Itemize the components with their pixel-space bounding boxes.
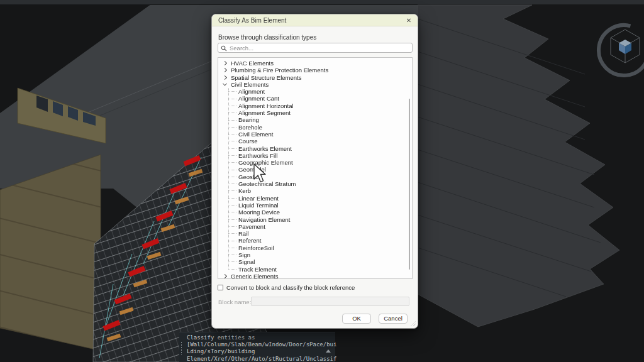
tree-item[interactable]: Civil Element [219,131,404,138]
ok-button[interactable]: OK [342,314,371,324]
tree-connector-icon [228,212,236,212]
tree-item[interactable]: Track Element [219,266,404,273]
tree-connector-icon [228,190,236,191]
tree-item[interactable]: Earthworks Fill [219,152,404,159]
tree-item-label: Bearing [238,116,259,123]
tree-connector-icon [228,219,236,220]
tree-item[interactable]: Course [219,138,404,145]
tree-item[interactable]: Signal [219,258,404,265]
chevron-down-icon[interactable] [223,82,227,86]
cancel-button[interactable]: Cancel [379,314,408,324]
tree-item[interactable]: Alignment Segment [219,109,404,116]
tree-item-label: Alignment [238,88,265,95]
tree-item-label: Alignment Cant [238,95,279,102]
tree-item[interactable]: Referent [219,237,404,244]
tree-connector-icon [228,141,236,141]
classification-tree[interactable]: HVAC ElementsPlumbing & Fire Protection … [218,57,413,279]
tree-item-label: Pavement [238,223,265,230]
tree-connector-icon [228,177,236,177]
tree-connector-icon [228,91,236,92]
tree-item[interactable]: Mooring Device [219,209,404,216]
tree-item-label: Track Element [238,266,277,273]
chevron-right-icon[interactable] [223,68,227,72]
chevron-right-icon[interactable] [223,274,227,278]
tree-item[interactable]: Geoslice [219,173,404,180]
tree-connector-icon [228,127,236,128]
tree-item-label: Navigation Element [238,216,290,223]
tree-item[interactable]: Alignment Horizontal [219,102,404,109]
tree-item[interactable]: Alignment [219,88,404,95]
tree-item[interactable]: Civil Elements [219,81,404,88]
resize-grip[interactable] [411,321,416,326]
dialog-subtitle: Browse through classification types [218,34,316,41]
tree-connector-icon [228,261,236,262]
tree-item-label: Kerb [238,187,251,194]
tree-item[interactable]: Spatial Structure Elements [219,74,404,81]
tree-item[interactable]: Geotechnical Stratum [219,180,404,187]
search-input[interactable] [230,43,409,52]
tree-connector-icon [228,170,236,170]
close-icon[interactable]: ✕ [404,16,414,25]
tree-item-label: Civil Element [238,131,273,138]
chevron-right-icon[interactable] [223,75,227,80]
tree-connector-icon [228,269,236,270]
tree-item-label: Earthworks Element [238,145,292,152]
tree-item[interactable]: Plumbing & Fire Protection Elements [219,67,404,74]
tree-item-label: Civil Elements [231,81,269,88]
floor-slab-stack [418,5,619,327]
tree-item[interactable]: Pavement [219,223,404,230]
tree-item-label: Liquid Terminal [238,202,279,209]
tree-connector-icon [228,99,236,99]
tree-item[interactable]: Kerb [219,187,404,194]
tree-item[interactable]: Geomodel [219,166,404,173]
tree-item-label: Course [238,138,258,145]
tree-item-label: Generic Elements [231,273,279,279]
tree-children: AlignmentAlignment CantAlignment Horizon… [219,88,404,273]
tree-scrollbar-thumb[interactable] [409,99,410,270]
block-name-input[interactable] [251,297,409,306]
dialog-titlebar[interactable]: Classify As Bim Element ✕ [212,14,418,26]
command-line-text: Element/Xref/Other/Auto/stRuctural/Uncla… [187,356,326,362]
tree-item-label: Borehole [238,124,262,131]
search-box[interactable] [218,43,413,53]
tree-connector-icon [228,233,236,234]
tree-item[interactable]: HVAC Elements [219,60,404,67]
tree-item-label: Rail [238,230,248,237]
block-name-label: Block name: [218,299,251,305]
scroll-up-icon[interactable] [326,349,331,353]
chevron-right-icon[interactable] [223,61,227,65]
command-line-panel[interactable]: Classify entities as[Wall/Column/Slab/Be… [179,332,335,362]
view-cube[interactable] [599,25,644,75]
search-icon [221,45,227,52]
tree-item[interactable]: ReinforceSoil [219,244,404,251]
tree-item-label: Plumbing & Fire Protection Elements [231,67,328,74]
tree-item[interactable]: Sign [219,251,404,258]
tree-item-label: Linear Element [238,195,279,202]
tree-item-label: Spatial Structure Elements [231,74,301,81]
convert-to-block-checkbox[interactable] [218,285,223,290]
tree-item[interactable]: Navigation Element [219,216,404,223]
tree-item[interactable]: Generic Elements [219,273,404,279]
dialog-title: Classify As Bim Element [218,17,286,24]
tree-item-label: HVAC Elements [231,60,274,67]
tree-connector-icon [228,162,236,163]
classify-bim-element-dialog: Classify As Bim Element ✕ Browse through… [211,14,418,329]
tree-item[interactable]: Earthworks Element [219,145,404,152]
command-line-text: [Wall/Column/Slab/Beam/wIndow/Door/sPace… [187,341,326,348]
tree-item[interactable]: Liquid Terminal [219,202,404,209]
tree-item[interactable]: Linear Element [219,195,404,202]
tree-connector-icon [228,112,236,113]
tree-item[interactable]: Alignment Cant [219,95,404,102]
tree-connector-icon [228,155,236,156]
tree-connector-icon [228,205,236,206]
tree-item[interactable]: Bearing [219,116,404,123]
tree-item[interactable]: Geographic Element [219,159,404,166]
tree-item[interactable]: Rail [219,230,404,237]
tree-item-label: Earthworks Fill [238,152,277,159]
tree-item-label: Mooring Device [238,209,280,216]
panel-grip-icon[interactable] [180,341,182,355]
tree-connector-icon [228,106,236,106]
tree-connector-icon [228,226,236,227]
command-line-text: Classify entities as [187,334,326,341]
tree-item[interactable]: Borehole [219,124,404,131]
